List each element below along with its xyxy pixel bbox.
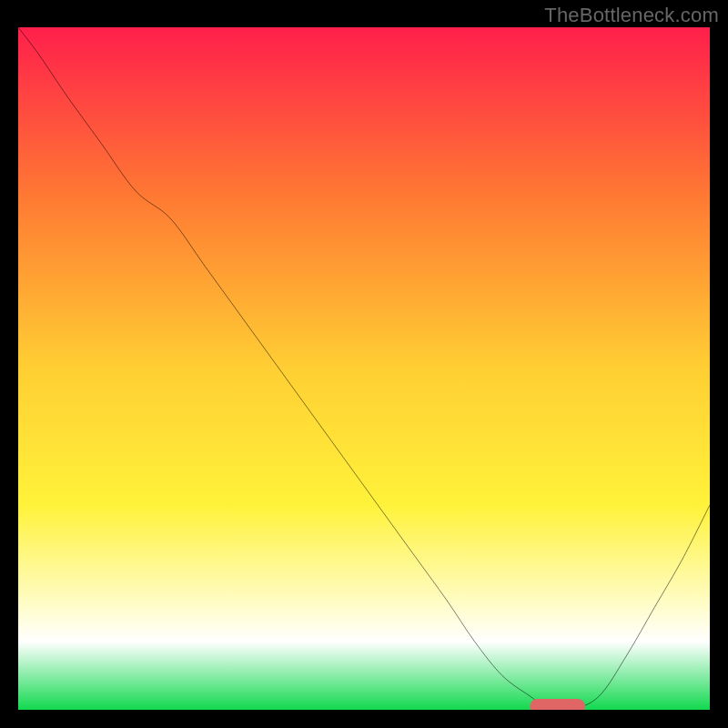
chart-svg bbox=[18, 27, 710, 710]
target-bar bbox=[530, 699, 585, 710]
chart bbox=[18, 27, 710, 710]
gradient-background bbox=[18, 27, 710, 710]
watermark: TheBottleneck.com bbox=[544, 4, 719, 27]
